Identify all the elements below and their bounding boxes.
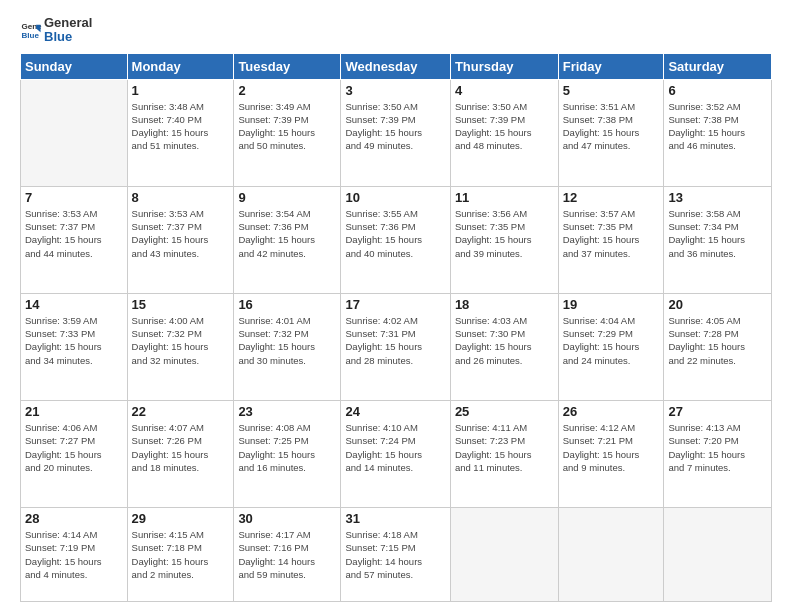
calendar-cell: 27Sunrise: 4:13 AM Sunset: 7:20 PM Dayli… <box>664 400 772 507</box>
calendar-cell: 28Sunrise: 4:14 AM Sunset: 7:19 PM Dayli… <box>21 508 128 602</box>
col-header-thursday: Thursday <box>450 53 558 79</box>
day-number: 28 <box>25 511 123 526</box>
cell-details: Sunrise: 3:52 AM Sunset: 7:38 PM Dayligh… <box>668 100 767 153</box>
day-number: 9 <box>238 190 336 205</box>
col-header-sunday: Sunday <box>21 53 128 79</box>
page: General Blue General Blue SundayMondayTu… <box>0 0 792 612</box>
cell-details: Sunrise: 4:12 AM Sunset: 7:21 PM Dayligh… <box>563 421 660 474</box>
calendar-cell <box>21 79 128 186</box>
cell-details: Sunrise: 4:03 AM Sunset: 7:30 PM Dayligh… <box>455 314 554 367</box>
calendar-cell: 6Sunrise: 3:52 AM Sunset: 7:38 PM Daylig… <box>664 79 772 186</box>
calendar-cell: 9Sunrise: 3:54 AM Sunset: 7:36 PM Daylig… <box>234 186 341 293</box>
calendar-cell: 2Sunrise: 3:49 AM Sunset: 7:39 PM Daylig… <box>234 79 341 186</box>
day-number: 22 <box>132 404 230 419</box>
day-number: 17 <box>345 297 445 312</box>
cell-details: Sunrise: 4:10 AM Sunset: 7:24 PM Dayligh… <box>345 421 445 474</box>
col-header-tuesday: Tuesday <box>234 53 341 79</box>
day-number: 13 <box>668 190 767 205</box>
cell-details: Sunrise: 3:59 AM Sunset: 7:33 PM Dayligh… <box>25 314 123 367</box>
cell-details: Sunrise: 4:11 AM Sunset: 7:23 PM Dayligh… <box>455 421 554 474</box>
calendar-cell: 21Sunrise: 4:06 AM Sunset: 7:27 PM Dayli… <box>21 400 128 507</box>
logo-blue: Blue <box>44 30 92 44</box>
day-number: 18 <box>455 297 554 312</box>
calendar-cell: 15Sunrise: 4:00 AM Sunset: 7:32 PM Dayli… <box>127 293 234 400</box>
day-number: 6 <box>668 83 767 98</box>
day-number: 31 <box>345 511 445 526</box>
day-number: 16 <box>238 297 336 312</box>
day-number: 29 <box>132 511 230 526</box>
calendar-table: SundayMondayTuesdayWednesdayThursdayFrid… <box>20 53 772 602</box>
calendar-cell: 10Sunrise: 3:55 AM Sunset: 7:36 PM Dayli… <box>341 186 450 293</box>
svg-text:Blue: Blue <box>21 31 39 40</box>
logo-icon: General Blue <box>20 19 42 41</box>
day-number: 21 <box>25 404 123 419</box>
calendar-cell: 16Sunrise: 4:01 AM Sunset: 7:32 PM Dayli… <box>234 293 341 400</box>
day-number: 20 <box>668 297 767 312</box>
cell-details: Sunrise: 3:53 AM Sunset: 7:37 PM Dayligh… <box>25 207 123 260</box>
calendar-cell: 30Sunrise: 4:17 AM Sunset: 7:16 PM Dayli… <box>234 508 341 602</box>
day-number: 26 <box>563 404 660 419</box>
day-number: 30 <box>238 511 336 526</box>
calendar-cell: 25Sunrise: 4:11 AM Sunset: 7:23 PM Dayli… <box>450 400 558 507</box>
calendar-cell: 8Sunrise: 3:53 AM Sunset: 7:37 PM Daylig… <box>127 186 234 293</box>
calendar-cell: 29Sunrise: 4:15 AM Sunset: 7:18 PM Dayli… <box>127 508 234 602</box>
col-header-wednesday: Wednesday <box>341 53 450 79</box>
cell-details: Sunrise: 3:54 AM Sunset: 7:36 PM Dayligh… <box>238 207 336 260</box>
day-number: 1 <box>132 83 230 98</box>
cell-details: Sunrise: 4:08 AM Sunset: 7:25 PM Dayligh… <box>238 421 336 474</box>
cell-details: Sunrise: 4:14 AM Sunset: 7:19 PM Dayligh… <box>25 528 123 581</box>
cell-details: Sunrise: 4:01 AM Sunset: 7:32 PM Dayligh… <box>238 314 336 367</box>
col-header-friday: Friday <box>558 53 664 79</box>
day-number: 5 <box>563 83 660 98</box>
calendar-cell: 22Sunrise: 4:07 AM Sunset: 7:26 PM Dayli… <box>127 400 234 507</box>
day-number: 19 <box>563 297 660 312</box>
day-number: 12 <box>563 190 660 205</box>
cell-details: Sunrise: 3:58 AM Sunset: 7:34 PM Dayligh… <box>668 207 767 260</box>
col-header-saturday: Saturday <box>664 53 772 79</box>
cell-details: Sunrise: 3:50 AM Sunset: 7:39 PM Dayligh… <box>455 100 554 153</box>
calendar-cell: 19Sunrise: 4:04 AM Sunset: 7:29 PM Dayli… <box>558 293 664 400</box>
calendar-cell: 4Sunrise: 3:50 AM Sunset: 7:39 PM Daylig… <box>450 79 558 186</box>
cell-details: Sunrise: 4:18 AM Sunset: 7:15 PM Dayligh… <box>345 528 445 581</box>
calendar-cell <box>450 508 558 602</box>
calendar-cell: 1Sunrise: 3:48 AM Sunset: 7:40 PM Daylig… <box>127 79 234 186</box>
calendar-cell: 14Sunrise: 3:59 AM Sunset: 7:33 PM Dayli… <box>21 293 128 400</box>
calendar-cell: 23Sunrise: 4:08 AM Sunset: 7:25 PM Dayli… <box>234 400 341 507</box>
cell-details: Sunrise: 4:17 AM Sunset: 7:16 PM Dayligh… <box>238 528 336 581</box>
calendar-cell: 5Sunrise: 3:51 AM Sunset: 7:38 PM Daylig… <box>558 79 664 186</box>
cell-details: Sunrise: 4:15 AM Sunset: 7:18 PM Dayligh… <box>132 528 230 581</box>
cell-details: Sunrise: 4:07 AM Sunset: 7:26 PM Dayligh… <box>132 421 230 474</box>
day-number: 4 <box>455 83 554 98</box>
calendar-cell: 13Sunrise: 3:58 AM Sunset: 7:34 PM Dayli… <box>664 186 772 293</box>
cell-details: Sunrise: 3:51 AM Sunset: 7:38 PM Dayligh… <box>563 100 660 153</box>
calendar-cell: 24Sunrise: 4:10 AM Sunset: 7:24 PM Dayli… <box>341 400 450 507</box>
cell-details: Sunrise: 3:57 AM Sunset: 7:35 PM Dayligh… <box>563 207 660 260</box>
calendar-cell <box>664 508 772 602</box>
calendar-cell: 18Sunrise: 4:03 AM Sunset: 7:30 PM Dayli… <box>450 293 558 400</box>
cell-details: Sunrise: 3:56 AM Sunset: 7:35 PM Dayligh… <box>455 207 554 260</box>
day-number: 24 <box>345 404 445 419</box>
cell-details: Sunrise: 3:48 AM Sunset: 7:40 PM Dayligh… <box>132 100 230 153</box>
cell-details: Sunrise: 4:00 AM Sunset: 7:32 PM Dayligh… <box>132 314 230 367</box>
day-number: 11 <box>455 190 554 205</box>
calendar-cell: 7Sunrise: 3:53 AM Sunset: 7:37 PM Daylig… <box>21 186 128 293</box>
logo: General Blue General Blue <box>20 16 92 45</box>
cell-details: Sunrise: 3:53 AM Sunset: 7:37 PM Dayligh… <box>132 207 230 260</box>
col-header-monday: Monday <box>127 53 234 79</box>
cell-details: Sunrise: 4:13 AM Sunset: 7:20 PM Dayligh… <box>668 421 767 474</box>
header: General Blue General Blue <box>20 16 772 45</box>
day-number: 2 <box>238 83 336 98</box>
day-number: 3 <box>345 83 445 98</box>
cell-details: Sunrise: 3:55 AM Sunset: 7:36 PM Dayligh… <box>345 207 445 260</box>
calendar-cell <box>558 508 664 602</box>
calendar-cell: 12Sunrise: 3:57 AM Sunset: 7:35 PM Dayli… <box>558 186 664 293</box>
day-number: 23 <box>238 404 336 419</box>
calendar-cell: 11Sunrise: 3:56 AM Sunset: 7:35 PM Dayli… <box>450 186 558 293</box>
cell-details: Sunrise: 4:05 AM Sunset: 7:28 PM Dayligh… <box>668 314 767 367</box>
cell-details: Sunrise: 3:49 AM Sunset: 7:39 PM Dayligh… <box>238 100 336 153</box>
day-number: 10 <box>345 190 445 205</box>
header-row: SundayMondayTuesdayWednesdayThursdayFrid… <box>21 53 772 79</box>
day-number: 8 <box>132 190 230 205</box>
calendar-cell: 31Sunrise: 4:18 AM Sunset: 7:15 PM Dayli… <box>341 508 450 602</box>
day-number: 27 <box>668 404 767 419</box>
